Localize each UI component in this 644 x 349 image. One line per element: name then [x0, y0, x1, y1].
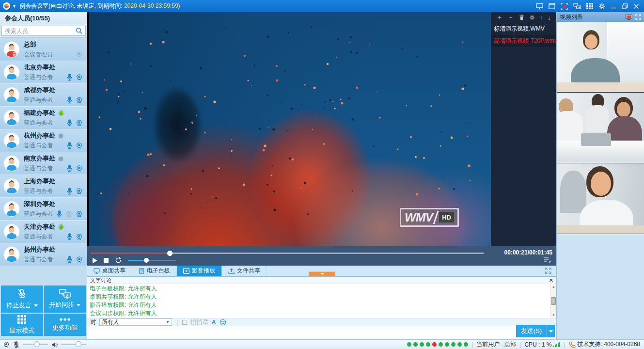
- participant-row[interactable]: 深圳办事处普通与会者: [0, 198, 87, 221]
- participant-row[interactable]: 总部会议管理员: [0, 38, 87, 61]
- scroll-thumb[interactable]: [551, 297, 556, 305]
- webcam-icon[interactable]: [76, 233, 83, 240]
- drawer-handle[interactable]: [309, 271, 335, 276]
- speaker-volume-slider[interactable]: [61, 344, 86, 345]
- webcam-status-icon[interactable]: [3, 341, 10, 348]
- tab-media-play[interactable]: 影音播放: [177, 266, 222, 276]
- message-input[interactable]: 发送(S): [87, 327, 556, 339]
- speaker-icon[interactable]: [51, 342, 58, 348]
- playlist-item[interactable]: 标清演示视频.WMV: [491, 23, 556, 35]
- monitor-broadcast-icon[interactable]: [625, 14, 632, 20]
- stop-button[interactable]: [104, 258, 109, 263]
- search-icon[interactable]: [76, 27, 83, 34]
- participant-row[interactable]: 北京办事处普通与会者: [0, 61, 87, 84]
- webcam-icon[interactable]: [76, 96, 83, 104]
- playlist-remove-icon[interactable]: －: [508, 13, 514, 22]
- play-button[interactable]: [92, 257, 97, 264]
- font-button[interactable]: A: [211, 318, 216, 326]
- speaker-volume-knob[interactable]: [76, 341, 81, 347]
- playlist-item[interactable]: 高清演示视频-720P.wmv删除: [491, 35, 556, 47]
- video-feed[interactable]: [557, 93, 644, 163]
- mic-icon[interactable]: [66, 74, 73, 81]
- mic-icon[interactable]: [66, 119, 73, 127]
- mic-icon[interactable]: [66, 142, 73, 149]
- participant-row[interactable]: 上海办事处普通与会者: [0, 175, 87, 198]
- participant-row[interactable]: 南京办事处普通与会者: [0, 152, 87, 175]
- chat-close-icon[interactable]: ✕: [549, 277, 553, 284]
- webcam-icon[interactable]: [76, 119, 83, 127]
- network-sync-icon[interactable]: [573, 3, 581, 10]
- video-feed[interactable]: [557, 163, 644, 234]
- emoji-button[interactable]: [220, 319, 226, 326]
- permission-message: 桌面共享权限: 允许所有人: [87, 293, 550, 301]
- recipient-select[interactable]: 所有人▼: [99, 318, 172, 326]
- action-button[interactable]: 更多功能: [44, 314, 86, 336]
- webcam-icon[interactable]: [76, 188, 83, 195]
- video-frame[interactable]: WMVHD: [89, 12, 491, 246]
- participant-row[interactable]: 天津办事处普通与会者: [0, 221, 87, 243]
- tab-desktop-share[interactable]: 桌面共享: [87, 266, 132, 276]
- dropdown-caret-icon[interactable]: [34, 304, 38, 307]
- window-mode-icon[interactable]: [549, 3, 555, 9]
- mic-icon[interactable]: [66, 256, 73, 263]
- volume-knob[interactable]: [144, 258, 149, 263]
- record-icon[interactable]: [561, 3, 568, 10]
- mic-volume-slider[interactable]: [23, 344, 48, 345]
- webcam-icon[interactable]: [76, 210, 83, 218]
- tab-file-share[interactable]: 文件共享: [222, 266, 267, 276]
- participant-row[interactable]: 扬州办事处普通与会者: [0, 243, 87, 266]
- webcam-icon[interactable]: [76, 74, 83, 81]
- playlist-toggle-icon[interactable]: [543, 257, 551, 263]
- permission-message: 影音播放权限: 允许所有人: [87, 301, 550, 309]
- tab-whiteboard[interactable]: 电子白板: [132, 266, 177, 276]
- webcam-icon[interactable]: [76, 142, 83, 149]
- mic-icon[interactable]: [66, 165, 73, 172]
- panel-expand-icon[interactable]: [635, 14, 641, 20]
- whisper-checkbox[interactable]: [182, 320, 187, 325]
- more-icon: [59, 317, 71, 321]
- grid-view-icon[interactable]: [586, 3, 593, 9]
- expiry-time: 2020-04-30 23:59:59: [124, 2, 178, 9]
- action-button[interactable]: 停止发言: [1, 286, 43, 313]
- playlist-move-up-icon[interactable]: ↑: [540, 14, 543, 21]
- chevron-down-icon[interactable]: ▼: [12, 4, 16, 9]
- replay-button[interactable]: [115, 257, 122, 264]
- video-feed[interactable]: [557, 22, 644, 93]
- mic-icon[interactable]: [56, 210, 63, 218]
- seek-bar[interactable]: [91, 253, 484, 254]
- search-input[interactable]: [1, 26, 86, 36]
- seek-knob[interactable]: [167, 251, 173, 256]
- mic-muted-icon[interactable]: [13, 341, 19, 348]
- send-button[interactable]: 发送(S): [516, 325, 547, 337]
- mic-volume-knob[interactable]: [34, 341, 40, 347]
- fullscreen-icon[interactable]: [545, 266, 551, 276]
- mic-icon[interactable]: [66, 96, 73, 104]
- volume-slider[interactable]: [128, 260, 176, 261]
- chat-scrollbar[interactable]: ▲ ▼: [550, 285, 556, 317]
- maximize-button[interactable]: [622, 3, 628, 9]
- feed-figure: [581, 133, 611, 146]
- webcam-disabled-icon[interactable]: [65, 210, 73, 218]
- webcam-icon[interactable]: [76, 256, 83, 263]
- participant-row[interactable]: 福建办事处普通与会者: [0, 107, 87, 129]
- playlist-move-down-icon[interactable]: ↓: [548, 14, 551, 21]
- participant-row[interactable]: 成都办事处普通与会者: [0, 84, 87, 107]
- send-options-caret[interactable]: [547, 325, 555, 337]
- close-button[interactable]: [633, 3, 639, 9]
- minimize-button[interactable]: [611, 3, 616, 9]
- playlist-add-icon[interactable]: ＋: [497, 13, 503, 22]
- mic-icon[interactable]: [66, 188, 73, 195]
- wmv-hd-watermark: WMVHD: [400, 208, 459, 227]
- settings-gear-icon[interactable]: [598, 3, 605, 10]
- dropdown-caret-icon[interactable]: [77, 304, 80, 306]
- playlist-settings-icon[interactable]: [529, 15, 535, 20]
- webcam-icon[interactable]: [76, 165, 83, 172]
- playlist-trash-icon[interactable]: [519, 15, 524, 20]
- screen-share-icon[interactable]: [536, 3, 543, 10]
- action-button[interactable]: 显示模式: [1, 314, 43, 336]
- participant-row[interactable]: 杭州办事处普通与会者: [0, 129, 87, 152]
- action-button[interactable]: 开始同步: [44, 286, 86, 313]
- mic-icon[interactable]: [66, 233, 73, 240]
- video-list-panel: 视频列表: [556, 12, 644, 339]
- webcam-disabled-icon[interactable]: [76, 51, 83, 58]
